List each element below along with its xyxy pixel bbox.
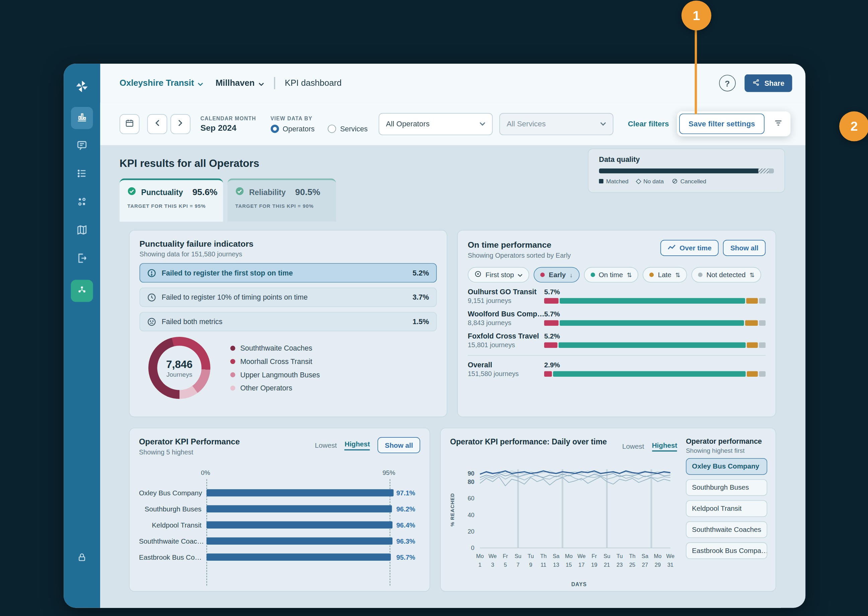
check-circle-icon	[235, 187, 244, 198]
ontime-stacked-bar	[544, 371, 766, 377]
sidebar-item-analytics[interactable]	[71, 107, 93, 129]
bar-label: Southburgh Buses	[139, 505, 207, 513]
first-stop-chip[interactable]: First stop	[468, 267, 530, 283]
bar-value: 95.7%	[396, 553, 415, 561]
highest-toggle[interactable]: Highest	[345, 440, 370, 450]
legend-dot	[230, 346, 235, 350]
failure-row-first-stop[interactable]: Failed to register the first stop on tim…	[139, 263, 437, 283]
not-detected-dot-icon	[698, 272, 703, 277]
daily-highest-toggle[interactable]: Highest	[652, 442, 677, 451]
lowest-toggle[interactable]: Lowest	[315, 442, 337, 449]
svg-text:1: 1	[479, 562, 481, 568]
stage: Oxleyshire Transit Millhaven KPI dashboa…	[0, 0, 868, 616]
ontime-show-all-button[interactable]: Show all	[723, 240, 766, 256]
operator-performance-subtitle: Showing highest first	[686, 447, 767, 454]
view-data-by-block: VIEW DATA BY Operators Services	[271, 115, 368, 133]
services-radio[interactable]	[328, 124, 336, 133]
svg-text:Su: Su	[515, 553, 522, 559]
ontime-row: Oulhurst GO Transit 9,151 journeys 5.7%	[468, 288, 766, 305]
next-month-button[interactable]	[171, 114, 191, 134]
sidebar-item-lock[interactable]	[71, 547, 93, 569]
failure-row-timing-points[interactable]: Failed to register 10% of timing points …	[139, 288, 437, 307]
filter-lines-icon	[773, 118, 783, 130]
chevron-down-icon	[198, 78, 204, 88]
sidebar-item-logout[interactable]	[71, 248, 93, 270]
share-button[interactable]: Share	[744, 74, 792, 92]
legend-item: Moorhall Cross Transit	[230, 357, 320, 365]
operator-performance-title: Operator performance	[686, 437, 767, 445]
calendar-month-label: CALENDAR MONTH	[200, 115, 256, 121]
late-chip[interactable]: Late ⇅	[643, 267, 687, 283]
daily-lowest-toggle[interactable]: Lowest	[622, 443, 644, 451]
svg-text:19: 19	[591, 562, 597, 568]
filter-settings-button[interactable]	[768, 114, 788, 134]
svg-text:Mo: Mo	[476, 553, 484, 559]
logout-icon	[76, 252, 88, 266]
daily-over-time-card: Operator KPI performance: Daily over tim…	[440, 427, 776, 591]
ontime-row: Woolford Bus Comp… 8,843 journeys 5.7%	[468, 310, 766, 327]
tab-reliability[interactable]: Reliability 90.5% TARGET FOR THIS KPI = …	[227, 178, 336, 222]
ontime-stacked-bar	[544, 298, 766, 304]
bar-row: Eastbrook Bus Co… 95.7%	[139, 549, 420, 565]
matched-square-icon	[599, 179, 603, 183]
sidebar-item-messages[interactable]	[71, 135, 93, 157]
opkpi-show-all-button[interactable]: Show all	[378, 437, 420, 453]
operator-journeys: 151,580 journeys	[468, 370, 544, 378]
clock-icon	[147, 293, 156, 302]
app-window: Oxleyshire Transit Millhaven KPI dashboa…	[64, 64, 805, 608]
svg-text:80: 80	[467, 479, 474, 485]
sidebar-item-map[interactable]	[71, 220, 93, 242]
clear-filters-link[interactable]: Clear filters	[628, 119, 669, 128]
view-data-by-label: VIEW DATA BY	[271, 115, 368, 121]
list-icon	[76, 167, 88, 182]
breadcrumb-area[interactable]: Millhaven	[216, 78, 264, 88]
sidebar-item-list[interactable]	[71, 163, 93, 185]
early-chip[interactable]: Early ↓	[534, 267, 579, 283]
main-area: Oxleyshire Transit Millhaven KPI dashboa…	[100, 64, 805, 608]
svg-text:Mo: Mo	[565, 553, 573, 559]
svg-text:Mo: Mo	[654, 553, 662, 559]
check-circle-icon	[127, 187, 136, 198]
services-select[interactable]: All Services	[499, 113, 614, 135]
operator-button-oxley[interactable]: Oxley Bus Company	[686, 458, 767, 475]
chevron-down-icon	[600, 122, 606, 126]
svg-text:31: 31	[667, 562, 674, 568]
kpi-bar	[207, 489, 394, 497]
operator-button-keldpool[interactable]: Keldpool Transit	[686, 500, 767, 517]
daily-line-chart: 02040608090Mo1We3Fr5Su7Tu9Th11Sa13Mo15We…	[444, 456, 677, 573]
help-button[interactable]: ?	[719, 75, 736, 91]
operators-radio[interactable]	[271, 124, 279, 133]
on-time-dot-icon	[591, 272, 595, 277]
bar-label: Oxley Bus Company	[139, 489, 207, 497]
late-dot-icon	[650, 272, 654, 277]
failure-row-both-metrics[interactable]: Failed both metrics 1.5%	[139, 312, 437, 332]
operator-button-eastbrook[interactable]: Eastbrook Bus Compa…	[686, 542, 767, 559]
stop-circle-icon	[475, 270, 481, 279]
save-filter-settings-button[interactable]: Save filter settings	[679, 114, 765, 134]
line-chart-icon	[667, 244, 676, 252]
on-time-chip[interactable]: On time ⇅	[584, 267, 639, 283]
tab-reliability-value: 90.5%	[295, 187, 320, 197]
svg-text:17: 17	[578, 562, 584, 568]
sidebar-item-apps[interactable]	[71, 192, 93, 214]
prev-month-button[interactable]	[147, 114, 168, 134]
kpi-bar	[207, 505, 392, 512]
annotation-line	[695, 30, 697, 114]
tab-punctuality[interactable]: Punctuality 95.6% TARGET FOR THIS KPI = …	[119, 178, 223, 222]
share-icon	[752, 79, 760, 88]
svg-text:20: 20	[467, 528, 474, 535]
ontime-stacked-bar	[544, 343, 766, 348]
ontime-card-title: On time performance	[468, 240, 571, 249]
chevron-down-icon	[518, 271, 523, 278]
sidebar	[64, 64, 100, 608]
over-time-button[interactable]: Over time	[660, 240, 719, 256]
sidebar-item-green-app[interactable]	[71, 280, 93, 302]
bar-value: 97.1%	[396, 489, 415, 497]
calendar-button[interactable]	[119, 114, 139, 134]
not-detected-chip[interactable]: Not detected ⇅	[691, 267, 761, 283]
operators-select[interactable]: All Operators	[379, 113, 493, 135]
svg-text:13: 13	[553, 562, 559, 568]
operator-button-southburgh[interactable]: Southburgh Buses	[686, 479, 767, 496]
operator-button-souththwaite[interactable]: Souththwaite Coaches	[686, 522, 767, 538]
breadcrumb-org[interactable]: Oxleyshire Transit	[119, 78, 203, 88]
